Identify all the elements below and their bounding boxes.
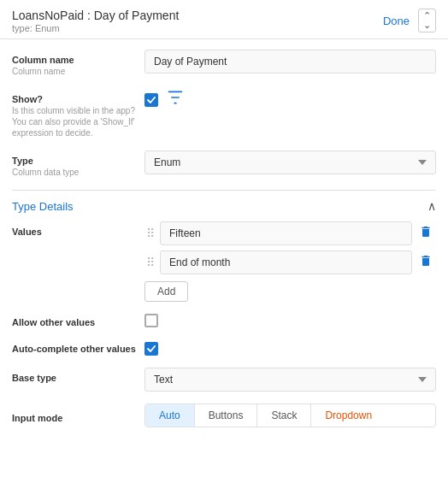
values-section: Values ⠿ ⠿ Add xyxy=(12,221,436,302)
show-row: Show? Is this column visible in the app?… xyxy=(12,89,436,138)
allow-other-field xyxy=(144,314,436,330)
header-left: LoansNoPaid : Day of Payment type: Enum xyxy=(12,9,179,33)
base-type-select[interactable]: Text xyxy=(144,368,436,392)
column-name-row: Column name Column name xyxy=(12,50,436,77)
column-name-input[interactable] xyxy=(144,50,436,74)
mode-btn-buttons[interactable]: Buttons xyxy=(195,404,258,427)
show-label: Show? Is this column visible in the app?… xyxy=(12,89,144,138)
autocomplete-checkbox[interactable] xyxy=(144,342,158,356)
page-title: LoansNoPaid : Day of Payment xyxy=(12,9,179,22)
autocomplete-row: Auto-complete other values xyxy=(12,342,436,356)
allow-other-row: Allow other values xyxy=(12,314,436,330)
allow-other-label: Allow other values xyxy=(12,317,144,327)
delete-value-button[interactable] xyxy=(416,223,436,244)
values-list: ⠿ ⠿ Add xyxy=(144,221,436,302)
base-type-label: Base type xyxy=(12,368,144,383)
main-content: Column name Column name Show? Is this co… xyxy=(0,39,448,450)
page-subtitle: type: Enum xyxy=(12,23,179,33)
mode-btn-auto[interactable]: Auto xyxy=(145,404,195,427)
mode-btn-dropdown[interactable]: Dropdown xyxy=(311,404,386,427)
values-label: Values xyxy=(12,221,144,237)
allow-other-checkbox[interactable] xyxy=(144,314,158,327)
type-details-title: Type Details xyxy=(12,200,74,213)
add-value-button[interactable]: Add xyxy=(144,281,188,302)
input-mode-row: Input mode AutoButtonsStackDropdown xyxy=(12,403,436,427)
column-name-input-wrap xyxy=(144,50,436,74)
input-mode-buttons: AutoButtonsStackDropdown xyxy=(144,403,436,427)
show-field xyxy=(144,89,436,110)
values-container: ⠿ ⠿ xyxy=(144,221,436,274)
input-mode-label: Input mode xyxy=(12,408,144,423)
value-input[interactable] xyxy=(160,250,412,274)
delete-value-button[interactable] xyxy=(416,252,436,273)
list-item: ⠿ xyxy=(144,221,436,245)
drag-handle-icon[interactable]: ⠿ xyxy=(144,227,156,240)
done-button[interactable]: Done xyxy=(378,11,415,31)
base-type-input-wrap: Text xyxy=(144,368,436,392)
header-right: Done ⌃⌄ xyxy=(378,9,436,32)
page-header: LoansNoPaid : Day of Payment type: Enum … xyxy=(0,0,448,39)
column-name-label: Column name Column name xyxy=(12,50,144,77)
type-input-wrap: Enum xyxy=(144,150,436,174)
type-row: Type Column data type Enum xyxy=(12,150,436,178)
value-input[interactable] xyxy=(160,221,412,245)
show-checkbox[interactable] xyxy=(144,93,158,107)
arrows-button[interactable]: ⌃⌄ xyxy=(418,9,436,32)
autocomplete-label: Auto-complete other values xyxy=(12,344,144,354)
filter-icon[interactable] xyxy=(167,89,184,110)
list-item: ⠿ xyxy=(144,250,436,274)
section-divider xyxy=(12,190,436,191)
type-select[interactable]: Enum xyxy=(144,150,436,174)
collapse-button[interactable]: ∧ xyxy=(427,199,436,213)
type-label: Type Column data type xyxy=(12,150,144,178)
autocomplete-field xyxy=(144,342,436,356)
mode-btn-stack[interactable]: Stack xyxy=(257,404,311,427)
type-details-header: Type Details ∧ xyxy=(12,199,436,213)
input-mode-buttons-wrap: AutoButtonsStackDropdown xyxy=(144,403,436,427)
drag-handle-icon[interactable]: ⠿ xyxy=(144,256,156,269)
base-type-row: Base type Text xyxy=(12,368,436,392)
